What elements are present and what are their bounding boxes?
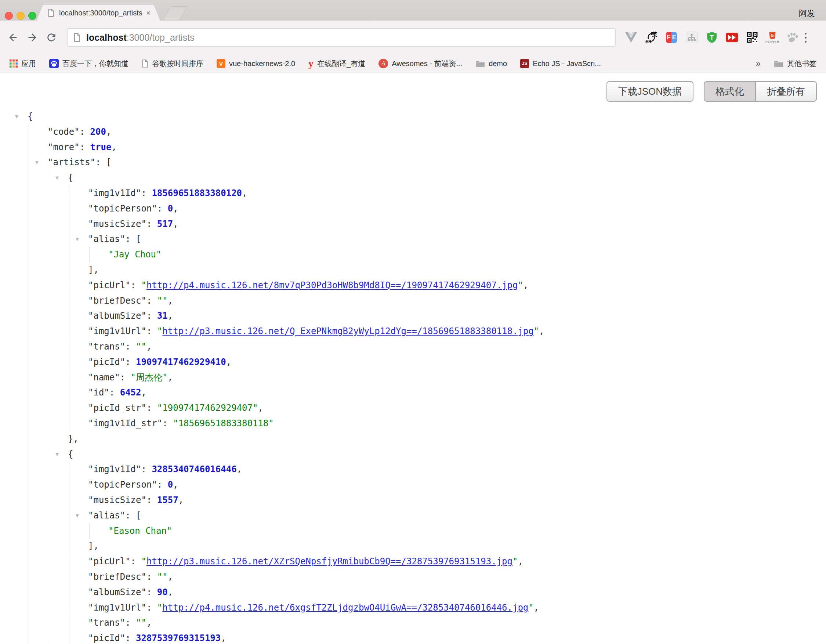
bookmark-label: 百度一下，你就知道 xyxy=(62,59,129,69)
svg-text:5: 5 xyxy=(771,33,774,38)
format-button[interactable]: 格式化 xyxy=(704,81,755,102)
reload-button[interactable] xyxy=(45,31,57,43)
tab-title: localhost:3000/top_artists xyxy=(59,9,143,17)
json-line: ▼{ xyxy=(68,447,826,462)
json-line: "img1v1Id": 3285340746016446, xyxy=(88,462,826,477)
json-line: "img1v1Id": 18569651883380120, xyxy=(88,186,826,201)
back-arrow-icon xyxy=(7,31,19,43)
json-line: "code": 200, xyxy=(48,124,826,140)
translate-icon[interactable]: 英 en xyxy=(645,31,657,44)
sitemap-icon[interactable] xyxy=(685,31,698,44)
collapse-arrow-icon[interactable]: ▼ xyxy=(56,447,59,462)
minimize-window-icon[interactable] xyxy=(17,12,25,20)
json-line: }, xyxy=(68,431,826,447)
video-forward-icon[interactable] xyxy=(726,31,738,44)
forward-arrow-icon xyxy=(26,31,38,43)
json-line: ▼{ xyxy=(68,171,826,186)
json-link[interactable]: http://p4.music.126.net/6xgsfT2ZLjdgzbwO… xyxy=(162,602,528,613)
vue-icon: V xyxy=(217,59,225,68)
browser-toolbar: localhost:3000/top_artists 英 en FE T xyxy=(0,20,826,54)
json-line: ▼"artists": [ xyxy=(48,155,826,171)
bookmark-demo-folder[interactable]: demo xyxy=(475,59,507,68)
bookmark-vue-hackernews[interactable]: V vue-hackernews-2.0 xyxy=(217,59,295,68)
browser-menu-icon[interactable] xyxy=(805,33,807,43)
bookmark-label: Echo JS - JavaScri... xyxy=(533,59,601,68)
bookmark-label: 在线翻译_有道 xyxy=(317,59,365,69)
tab-strip: localhost:3000/top_artists × 阿发 xyxy=(0,0,826,20)
vue-devtools-icon[interactable] xyxy=(625,31,637,44)
browser-tab[interactable]: localhost:3000/top_artists × xyxy=(37,5,160,20)
json-line: "topicPerson": 0, xyxy=(88,477,826,493)
json-line: "picUrl": "http://p4.music.126.net/8mv7q… xyxy=(88,278,826,293)
json-link[interactable]: http://p3.music.126.net/Q_ExePNkmgB2yWyL… xyxy=(162,326,533,336)
html5-player-icon[interactable]: 5 PLAYER xyxy=(766,31,779,44)
back-button[interactable] xyxy=(7,31,19,43)
json-line: ▼"alias": [ xyxy=(88,508,826,524)
awesomes-icon: A xyxy=(379,59,388,68)
paw-icon[interactable] xyxy=(786,31,799,44)
bookmark-baidu[interactable]: 百度一下，你就知道 xyxy=(49,59,129,69)
json-line: "img1v1Url": "http://p3.music.126.net/Q_… xyxy=(88,324,826,339)
bookmark-awesomes[interactable]: A Awesomes - 前端资... xyxy=(379,59,462,69)
other-bookmarks[interactable]: 其他书签 xyxy=(774,59,817,69)
bookmark-label: 应用 xyxy=(21,59,36,69)
address-bar[interactable]: localhost:3000/top_artists xyxy=(67,28,616,47)
json-line: ], xyxy=(88,262,826,278)
player-caption: PLAYER xyxy=(765,40,779,44)
json-line: "briefDesc": "", xyxy=(88,570,826,585)
url-path: :3000/top_artists xyxy=(127,32,194,43)
json-line: "trans": "", xyxy=(88,615,826,631)
json-line: "img1v1Id_str": "18569651883380118" xyxy=(88,416,826,431)
bookmark-label: Awesomes - 前端资... xyxy=(392,59,462,69)
tab-close-icon[interactable]: × xyxy=(146,9,151,17)
json-line: "picId": 19097417462929410, xyxy=(88,355,826,370)
json-line: "img1v1Url": "http://p4.music.126.net/6x… xyxy=(88,600,826,616)
browser-profile-name[interactable]: 阿发 xyxy=(799,8,815,19)
json-line: "albumSize": 31, xyxy=(88,309,826,324)
collapse-arrow-icon[interactable]: ▼ xyxy=(35,155,39,171)
collapse-arrow-icon[interactable]: ▼ xyxy=(56,171,59,186)
json-line: "briefDesc": "", xyxy=(88,293,826,309)
close-window-icon[interactable] xyxy=(5,12,13,20)
fe-extension-icon[interactable]: FE xyxy=(665,31,678,44)
zoom-window-icon[interactable] xyxy=(28,12,36,20)
bookmark-label: demo xyxy=(489,59,507,68)
json-line: "more": true, xyxy=(48,140,826,155)
json-line: "name": "周杰伦", xyxy=(88,370,826,385)
json-line: "picUrl": "http://p3.music.126.net/XZrSQ… xyxy=(88,554,826,570)
json-link[interactable]: http://p3.music.126.net/XZrSQeNpsfjyRmib… xyxy=(146,556,512,566)
page-document-icon[interactable] xyxy=(73,33,81,42)
collapse-arrow-icon[interactable]: ▼ xyxy=(76,232,79,247)
baidu-paw-icon xyxy=(49,59,59,68)
collapse-arrow-icon[interactable]: ▼ xyxy=(76,508,79,524)
bookmark-youdao-translate[interactable]: y 在线翻译_有道 xyxy=(308,59,365,69)
json-line: "musicSize": 1557, xyxy=(88,493,826,508)
tampermonkey-shield-icon[interactable]: T xyxy=(706,31,718,44)
json-line: "picId": 3287539769315193, xyxy=(88,631,826,644)
new-tab-button[interactable] xyxy=(163,6,188,20)
json-line: "topicPerson": 0, xyxy=(88,201,826,217)
json-line: "musicSize": 517, xyxy=(88,217,826,232)
bookmark-apps[interactable]: 应用 xyxy=(9,59,36,69)
json-line: "Jay Chou" xyxy=(108,247,826,262)
bookmarks-overflow-chevron[interactable]: » xyxy=(756,58,761,69)
json-line: "albumSize": 90, xyxy=(88,585,826,600)
youdao-icon: y xyxy=(308,60,314,67)
qr-code-icon[interactable] xyxy=(746,31,758,44)
json-link[interactable]: http://p4.music.126.net/8mv7qP30Pd3oHW8b… xyxy=(146,280,518,290)
bookmark-label: 其他书签 xyxy=(787,59,817,69)
view-mode-group: 格式化 折叠所有 xyxy=(704,81,817,102)
tab-favicon-document-icon xyxy=(48,9,54,17)
page-content: 下载JSON数据 格式化 折叠所有 ▼{"code": 200,"more": … xyxy=(0,73,826,644)
json-tree: ▼{"code": 200,"more": true,▼"artists": [… xyxy=(0,109,826,644)
json-line: "picId_str": "19097417462929407", xyxy=(88,400,826,416)
forward-button[interactable] xyxy=(26,31,38,43)
json-line: "id": 6452, xyxy=(88,385,826,400)
json-line: "Eason Chan" xyxy=(108,524,826,539)
download-json-button[interactable]: 下载JSON数据 xyxy=(607,81,694,102)
collapse-all-button[interactable]: 折叠所有 xyxy=(755,81,817,102)
collapse-arrow-icon[interactable]: ▼ xyxy=(15,109,19,124)
bookmark-google-sort[interactable]: 谷歌按时间排序 xyxy=(142,59,203,69)
bookmark-echojs[interactable]: JS Echo JS - JavaScri... xyxy=(520,59,601,68)
url-host: localhost xyxy=(86,32,127,43)
